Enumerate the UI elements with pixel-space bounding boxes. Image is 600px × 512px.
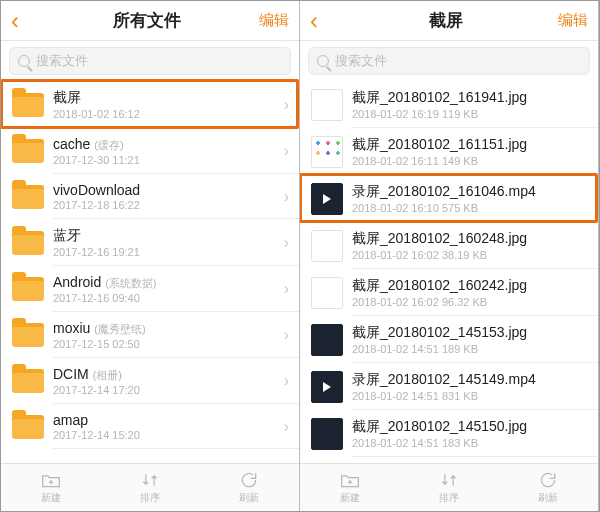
folder-icon	[11, 275, 45, 303]
new-folder-icon	[340, 471, 360, 489]
file-name: 截屏_20180102_145153.jpg	[352, 324, 588, 342]
search-input[interactable]: 搜索文件	[9, 47, 291, 75]
file-thumbnail	[310, 138, 344, 166]
folder-icon	[11, 183, 45, 211]
folder-row[interactable]: 蓝牙 2017-12-16 19:21 ›	[1, 219, 299, 266]
sort-icon	[140, 471, 160, 489]
toolbar-sort[interactable]: 排序	[100, 464, 199, 511]
file-meta: 2018-01-02 16:02 38.19 KB	[352, 249, 588, 261]
folder-icon	[11, 321, 45, 349]
file-list: 截屏_20180102_161941.jpg 2018-01-02 16:19 …	[300, 81, 598, 463]
file-name: 录屏_20180102_145149.mp4	[352, 371, 588, 389]
file-thumbnail	[310, 420, 344, 448]
folder-row[interactable]: moxiu (魔秀壁纸) 2017-12-15 02:50 ›	[1, 312, 299, 358]
sort-icon	[439, 471, 459, 489]
file-meta: 2018-01-02 14:51 831 KB	[352, 390, 588, 402]
folder-icon	[11, 137, 45, 165]
chevron-right-icon: ›	[284, 280, 289, 298]
search-placeholder: 搜索文件	[36, 52, 88, 70]
edit-button[interactable]: 编辑	[558, 11, 588, 30]
page-title: 截屏	[429, 9, 463, 32]
file-meta: 2018-01-02 14:51 183 KB	[352, 437, 588, 449]
chevron-left-icon: ‹	[310, 9, 318, 33]
file-meta: 2018-01-02 16:10 575 KB	[352, 202, 588, 214]
chevron-left-icon: ‹	[11, 9, 19, 33]
bottom-toolbar: 新建 排序 刷新	[300, 463, 598, 511]
file-name: 录屏_20180102_161046.mp4	[352, 183, 588, 201]
file-meta: 2018-01-02 14:51 189 KB	[352, 343, 588, 355]
edit-button[interactable]: 编辑	[259, 11, 289, 30]
folder-meta: 2017-12-15 02:50	[53, 338, 280, 350]
file-row[interactable]: 录屏_20180102_145149.mp4 2018-01-02 14:51 …	[300, 363, 598, 410]
refresh-icon	[239, 471, 259, 489]
file-thumbnail	[310, 326, 344, 354]
folder-name: moxiu (魔秀壁纸)	[53, 320, 280, 337]
folder-icon	[11, 91, 45, 119]
nav-bar: ‹ 截屏 编辑	[300, 1, 598, 41]
file-thumbnail	[310, 279, 344, 307]
folder-name: vivoDownload	[53, 182, 280, 198]
file-name: 截屏_20180102_160248.jpg	[352, 230, 588, 248]
toolbar-new[interactable]: 新建	[1, 464, 100, 511]
chevron-right-icon: ›	[284, 188, 289, 206]
folder-name: 蓝牙	[53, 227, 280, 245]
file-name: 截屏_20180102_160242.jpg	[352, 277, 588, 295]
play-icon	[312, 184, 342, 214]
file-row[interactable]: 截屏_20180102_145153.jpg 2018-01-02 14:51 …	[300, 316, 598, 363]
pane-folder-detail: ‹ 截屏 编辑 搜索文件 截屏_20180102_161941.jpg 2018…	[300, 1, 599, 511]
file-name: 截屏_20180102_145150.jpg	[352, 418, 588, 436]
file-row[interactable]: 截屏_20180102_145150.jpg 2018-01-02 14:51 …	[300, 410, 598, 457]
folder-name: amap	[53, 412, 280, 428]
file-meta: 2018-01-02 16:19 119 KB	[352, 108, 588, 120]
new-folder-icon	[41, 471, 61, 489]
back-button[interactable]: ‹	[11, 9, 35, 33]
chevron-right-icon: ›	[284, 418, 289, 436]
search-container: 搜索文件	[300, 41, 598, 81]
nav-bar: ‹ 所有文件 编辑	[1, 1, 299, 41]
folder-row[interactable]: cache (缓存) 2017-12-30 11:21 ›	[1, 128, 299, 174]
file-thumbnail	[310, 373, 344, 401]
file-name: 截屏_20180102_161941.jpg	[352, 89, 588, 107]
folder-name: 截屏	[53, 89, 280, 107]
file-row[interactable]: 截屏_20180102_160242.jpg 2018-01-02 16:02 …	[300, 269, 598, 316]
folder-meta: 2017-12-14 15:20	[53, 429, 280, 441]
play-icon	[312, 372, 342, 402]
folder-row[interactable]: 截屏 2018-01-02 16:12 ›	[1, 81, 299, 128]
search-icon	[18, 55, 30, 67]
search-container: 搜索文件	[1, 41, 299, 81]
folder-meta: 2018-01-02 16:12	[53, 108, 280, 120]
folder-meta: 2017-12-18 16:22	[53, 199, 280, 211]
folder-row[interactable]: Android (系统数据) 2017-12-16 09:40 ›	[1, 266, 299, 312]
folder-icon	[11, 413, 45, 441]
folder-row[interactable]: vivoDownload 2017-12-18 16:22 ›	[1, 174, 299, 219]
toolbar-refresh[interactable]: 刷新	[200, 464, 299, 511]
toolbar-refresh[interactable]: 刷新	[499, 464, 598, 511]
file-row[interactable]: 录屏_20180102_161046.mp4 2018-01-02 16:10 …	[300, 175, 598, 222]
chevron-right-icon: ›	[284, 372, 289, 390]
folder-meta: 2017-12-16 19:21	[53, 246, 280, 258]
bottom-toolbar: 新建 排序 刷新	[1, 463, 299, 511]
folder-name: Android (系统数据)	[53, 274, 280, 291]
back-button[interactable]: ‹	[310, 9, 334, 33]
refresh-icon	[538, 471, 558, 489]
file-thumbnail	[310, 185, 344, 213]
toolbar-sort[interactable]: 排序	[399, 464, 498, 511]
file-row[interactable]: 截屏_20180102_160248.jpg 2018-01-02 16:02 …	[300, 222, 598, 269]
folder-name: cache (缓存)	[53, 136, 280, 153]
file-row[interactable]: 截屏_20180102_161151.jpg 2018-01-02 16:11 …	[300, 128, 598, 175]
folder-meta: 2017-12-30 11:21	[53, 154, 280, 166]
file-thumbnail	[310, 232, 344, 260]
folder-row[interactable]: amap 2017-12-14 15:20 ›	[1, 404, 299, 449]
folder-meta: 2017-12-14 17:20	[53, 384, 280, 396]
pane-all-files: ‹ 所有文件 编辑 搜索文件 截屏 2018-01-02 16:12 › cac…	[1, 1, 300, 511]
toolbar-new[interactable]: 新建	[300, 464, 399, 511]
folder-name: DCIM (相册)	[53, 366, 280, 383]
page-title: 所有文件	[113, 9, 181, 32]
folder-icon	[11, 367, 45, 395]
folder-row[interactable]: DCIM (相册) 2017-12-14 17:20 ›	[1, 358, 299, 404]
file-thumbnail	[310, 91, 344, 119]
search-input[interactable]: 搜索文件	[308, 47, 590, 75]
file-meta: 2018-01-02 16:02 96.32 KB	[352, 296, 588, 308]
chevron-right-icon: ›	[284, 234, 289, 252]
file-row[interactable]: 截屏_20180102_161941.jpg 2018-01-02 16:19 …	[300, 81, 598, 128]
